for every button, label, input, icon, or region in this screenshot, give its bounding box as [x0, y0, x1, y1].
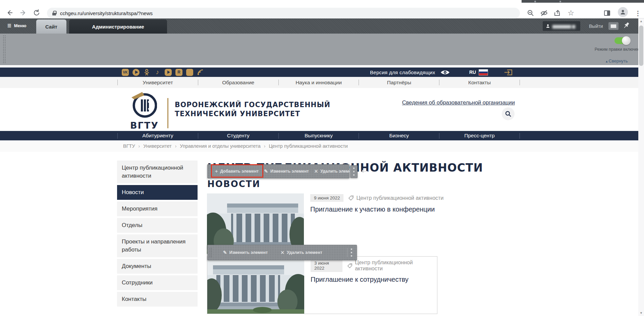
browser-tab-strip-right: [522, 0, 644, 3]
menu-item-contacts[interactable]: Контакты: [439, 80, 520, 86]
address-bar[interactable]: cchgeu.ru/university/struktura/tspa/?new…: [47, 8, 520, 18]
sidebar-item-contacts[interactable]: Контакты: [117, 292, 198, 307]
zen-icon[interactable]: [186, 69, 193, 76]
action-highlight-box: [211, 164, 263, 178]
lock-icon[interactable]: [52, 11, 56, 15]
menu-item-student[interactable]: Студенту: [198, 133, 278, 139]
utility-bar: VK ♪ R Версия для слабовидящих RU: [0, 67, 638, 77]
menu-item-partners[interactable]: Партнёры: [359, 80, 439, 86]
menu-item-graduate[interactable]: Выпускнику: [279, 133, 359, 139]
breadcrumb-home[interactable]: ВГТУ: [123, 143, 135, 149]
news-title-link[interactable]: Приглашение к сотрудничеству: [311, 276, 437, 283]
breadcrumb-separator: [175, 143, 177, 149]
admin-user-name: ▆▆▆▆▆▆ ▆: [552, 24, 575, 29]
logo-acronym: ВГТУ: [130, 120, 158, 131]
youtube-icon[interactable]: [165, 69, 172, 76]
url-text[interactable]: cchgeu.ru/university/struktura/tspa/?new…: [60, 10, 153, 16]
sidebar-item-departments[interactable]: Отделы: [117, 218, 198, 233]
edu-org-info-link[interactable]: Сведения об образовательной организации: [389, 99, 515, 106]
side-panel-icon[interactable]: [602, 8, 612, 18]
odnoklassniki-icon[interactable]: [143, 69, 150, 76]
news-tag[interactable]: Центр публикационной активности: [347, 260, 437, 272]
hamburger-icon: ☰: [7, 23, 11, 28]
tag-icon: [348, 195, 354, 201]
profile-avatar[interactable]: [618, 7, 628, 17]
language-selector[interactable]: RU: [469, 70, 476, 75]
university-name: ВОРОНЕЖСКИЙ ГОСУДАРСТВЕННЫЙ ТЕХНИЧЕСКИЙ …: [175, 100, 330, 119]
sidebar-item-news[interactable]: Новости: [117, 185, 198, 200]
admin-menu-label: Меню: [14, 23, 26, 28]
edit-mode-toggle[interactable]: [614, 37, 630, 44]
keyboard-icon: [610, 24, 616, 28]
delete-element-button[interactable]: ✕ Удалить элемент: [278, 248, 325, 257]
tab-dot: [559, 1, 561, 2]
menu-item-education[interactable]: Образование: [198, 80, 278, 86]
breadcrumb-separator: [139, 143, 140, 149]
accessibility-version-link[interactable]: Версия для слабовидящих: [370, 70, 435, 75]
sidebar-item-documents[interactable]: Документы: [117, 259, 198, 274]
rutube-icon[interactable]: R: [175, 69, 182, 76]
sidebar-item-projects[interactable]: Проекты и направления работы: [117, 234, 198, 257]
back-button[interactable]: [5, 9, 14, 18]
telegram-plane: [135, 71, 138, 74]
university-logo[interactable]: ВГТУ: [130, 91, 158, 129]
collapse-panel-link[interactable]: Свернуть: [606, 58, 628, 63]
menu-item-abiturient[interactable]: Абитуриенту: [118, 133, 198, 139]
bookmark-star-icon[interactable]: ☆: [566, 8, 576, 18]
component-menu-handle[interactable]: [350, 249, 353, 257]
news-title-link[interactable]: Приглашение к участию в конференции: [310, 206, 443, 213]
rss-icon[interactable]: [197, 69, 204, 76]
admin-user-button[interactable]: ▆▆▆▆▆▆ ▆: [543, 21, 580, 31]
eye-icon[interactable]: [440, 70, 450, 77]
play-icon: [167, 71, 170, 74]
tab-administration[interactable]: Администрирование: [69, 19, 167, 34]
russia-flag-icon[interactable]: [479, 70, 488, 75]
panel-drag-handle[interactable]: [3, 35, 6, 64]
component-menu-handle[interactable]: [350, 165, 358, 178]
add-element-button[interactable]: + Добавить элемент: [212, 167, 261, 176]
breadcrumb: ВГТУ Университет Управления и отделы уни…: [0, 140, 638, 152]
tiktok-icon[interactable]: ♪: [154, 69, 161, 76]
breadcrumb-university[interactable]: Университет: [143, 143, 171, 149]
menu-item-science[interactable]: Наука и инновации: [279, 80, 359, 86]
scroll-up-arrow[interactable]: ▲: [638, 18, 644, 24]
scrollbar-thumb[interactable]: [639, 26, 643, 66]
admin-edit-panel: [0, 34, 638, 65]
login-icon[interactable]: [504, 69, 513, 77]
hotkeys-button[interactable]: [608, 22, 619, 30]
sidebar-item-staff[interactable]: Сотрудники: [117, 275, 198, 290]
edit-element-button[interactable]: ✎ Изменить элемент: [261, 167, 311, 176]
scroll-down-arrow[interactable]: ▼: [638, 310, 644, 316]
sidebar-item-events[interactable]: Мероприятия: [117, 201, 198, 216]
vk-icon[interactable]: VK: [122, 69, 129, 76]
logout-link[interactable]: Выйти: [589, 24, 603, 29]
pin-panel-button[interactable]: [623, 21, 631, 30]
news-image-2[interactable]: [207, 257, 304, 314]
reload-button[interactable]: [32, 9, 41, 18]
tab-dot: [534, 1, 536, 2]
search-button[interactable]: [502, 107, 515, 120]
zoom-out-icon[interactable]: [526, 8, 535, 18]
edit-element-button[interactable]: ✎ Изменить элемент: [220, 248, 270, 257]
toolbar-drag-handle[interactable]: [209, 247, 212, 258]
browser-menu-icon[interactable]: ⋮: [633, 8, 643, 18]
tab-site[interactable]: Сайт: [36, 19, 66, 34]
menu-item-business[interactable]: Бизнесу: [359, 133, 439, 139]
sidebar-item-center[interactable]: Центр публикационной активности: [117, 161, 198, 183]
breadcrumb-departments[interactable]: Управления и отделы университета: [180, 143, 260, 149]
hidden-eye-icon[interactable]: [539, 8, 549, 18]
menu-item-press[interactable]: Пресс-центр: [439, 133, 520, 139]
forward-button[interactable]: [19, 9, 28, 18]
pencil-icon: ✎: [264, 169, 268, 174]
search-icon: [505, 111, 511, 117]
edit-mode-label: Режим правки включен: [594, 47, 641, 52]
main-menu: Абитуриенту Студенту Выпускнику Бизнесу …: [0, 131, 638, 140]
news-tag[interactable]: Центр публикационной активности: [348, 195, 443, 201]
admin-menu-button[interactable]: ☰ Меню: [7, 23, 26, 28]
menu-item-university[interactable]: Университет: [118, 80, 198, 86]
telegram-icon[interactable]: [132, 69, 140, 76]
x-icon: ✕: [280, 250, 284, 255]
news-date-badge: 9 июня 2022: [310, 194, 343, 202]
share-icon[interactable]: [553, 8, 562, 18]
breadcrumb-separator: [264, 143, 266, 149]
